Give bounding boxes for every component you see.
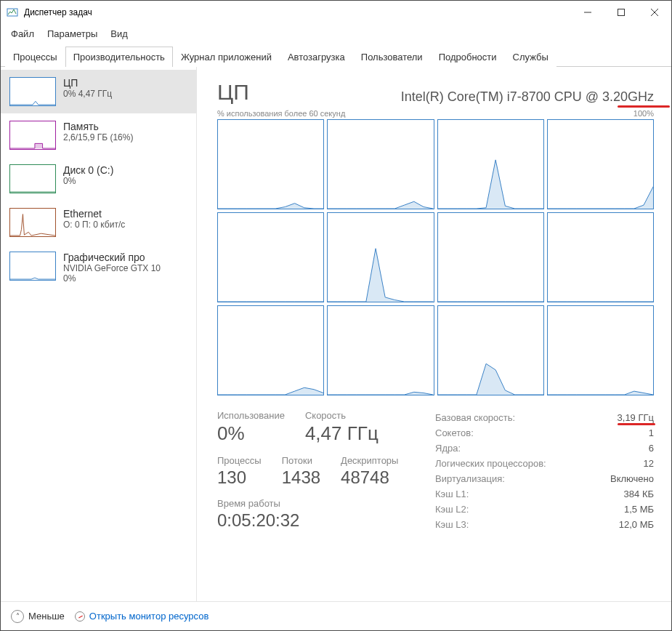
main-panel: ЦП Intel(R) Core(TM) i7-8700 CPU @ 3.20G… [197, 67, 671, 601]
page-title: ЦП [217, 80, 249, 105]
cpu-core-graph [217, 212, 324, 302]
cpu-core-graph [217, 119, 324, 209]
processes-value: 130 [217, 467, 262, 488]
cpu-core-graph [327, 212, 434, 302]
l3-cache-value: 12,0 МБ [619, 519, 654, 530]
app-icon [7, 7, 18, 18]
tabs: Процессы Производительность Журнал прило… [1, 41, 671, 67]
svg-marker-8 [548, 187, 653, 209]
sidebar-item-label: Графический про [63, 252, 161, 263]
utilization-value: 0% [217, 422, 285, 445]
resource-monitor-icon [75, 611, 85, 622]
svg-marker-13 [218, 387, 323, 395]
chevron-up-icon: ˄ [11, 610, 24, 623]
open-resource-monitor-link[interactable]: Открыть монитор ресурсов [75, 611, 209, 622]
footer: ˄Меньше Открыть монитор ресурсов [1, 601, 671, 630]
svg-marker-10 [328, 249, 433, 302]
close-button[interactable] [638, 1, 671, 24]
handles-label: Дескрипторы [341, 455, 398, 466]
task-manager-window: Диспетчер задач Файл Параметры Вид Проце… [0, 0, 672, 631]
speed-label: Скорость [305, 410, 378, 421]
graph-label-right: 100% [633, 109, 654, 118]
cpu-core-graph [547, 212, 654, 302]
l2-cache-value: 1,5 МБ [624, 504, 654, 515]
tab-performance[interactable]: Производительность [65, 47, 173, 67]
virtualization-value: Включено [610, 473, 654, 484]
titlebar[interactable]: Диспетчер задач [1, 1, 671, 24]
sidebar-item-memory[interactable]: Память2,6/15,9 ГБ (16%) [1, 113, 196, 157]
processes-label: Процессы [217, 455, 262, 466]
cpu-core-graph [437, 305, 544, 395]
cpu-core-graph [437, 212, 544, 302]
tab-apphistory[interactable]: Журнал приложений [173, 47, 280, 67]
cpu-details: Базовая скорость:3,19 ГГц Сокетов:1 Ядра… [435, 410, 654, 532]
cpu-core-graph [327, 305, 434, 395]
menubar: Файл Параметры Вид [1, 24, 671, 41]
gpu-thumb-icon [9, 252, 56, 281]
cpu-core-graph [547, 305, 654, 395]
svg-rect-2 [618, 9, 625, 16]
handles-value: 48748 [341, 467, 398, 488]
logical-value: 12 [644, 458, 654, 469]
utilization-label: Использование [217, 410, 285, 421]
tab-services[interactable]: Службы [505, 47, 556, 67]
threads-value: 1438 [282, 467, 320, 488]
tab-details[interactable]: Подробности [431, 47, 505, 67]
menu-view[interactable]: Вид [106, 27, 132, 41]
uptime-value: 0:05:20:32 [217, 510, 406, 531]
cpu-name: Intel(R) Core(TM) i7-8700 CPU @ 3.20GHz [401, 89, 654, 105]
memory-thumb-icon [9, 121, 56, 150]
graph-label-left: % использования более 60 секунд [217, 109, 345, 118]
sockets-value: 1 [649, 427, 654, 438]
cpu-core-graph [437, 119, 544, 209]
base-speed-value: 3,19 ГГц [618, 412, 654, 423]
cpu-core-graph [327, 119, 434, 209]
speed-value: 4,47 ГГц [305, 422, 378, 445]
sidebar-item-disk[interactable]: Диск 0 (C:)0% [1, 157, 196, 201]
cpu-thumb-icon [9, 77, 56, 106]
sidebar-item-label: Диск 0 (C:) [63, 164, 113, 176]
menu-file[interactable]: Файл [7, 27, 39, 41]
maximize-button[interactable] [604, 1, 638, 24]
menu-options[interactable]: Параметры [43, 27, 102, 41]
sidebar-item-label: Память [63, 121, 133, 132]
threads-label: Потоки [282, 455, 320, 466]
l1-cache-value: 384 КБ [624, 489, 654, 499]
svg-marker-15 [438, 363, 543, 395]
fewer-details-button[interactable]: ˄Меньше [11, 610, 65, 623]
tab-users[interactable]: Пользователи [353, 47, 431, 67]
cpu-core-graph [217, 305, 324, 395]
window-title: Диспетчер задач [24, 7, 571, 17]
sidebar-item-ethernet[interactable]: EthernetО: 0 П: 0 кбит/с [1, 201, 196, 244]
cpu-core-graph [547, 119, 654, 209]
sidebar-item-cpu[interactable]: ЦП0% 4,47 ГГц [1, 70, 196, 113]
sidebar: ЦП0% 4,47 ГГц Память2,6/15,9 ГБ (16%) Ди… [1, 67, 197, 601]
minimize-button[interactable] [571, 1, 604, 24]
sidebar-item-label: Ethernet [63, 208, 125, 220]
svg-marker-6 [328, 201, 433, 209]
tab-startup[interactable]: Автозагрузка [280, 47, 353, 67]
ethernet-thumb-icon [9, 208, 56, 237]
sidebar-item-gpu[interactable]: Графический проNVIDIA GeForce GTX 100% [1, 244, 196, 291]
cpu-graph-grid[interactable] [217, 119, 654, 395]
uptime-label: Время работы [217, 498, 406, 509]
cores-value: 6 [649, 443, 654, 454]
disk-thumb-icon [9, 164, 56, 193]
sidebar-item-label: ЦП [63, 77, 112, 89]
tab-processes[interactable]: Процессы [5, 47, 65, 67]
